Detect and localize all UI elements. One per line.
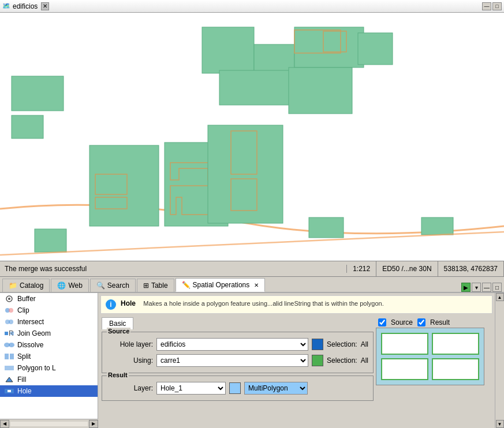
title-icon: 🗺️	[2, 2, 10, 10]
svg-point-23	[8, 298, 10, 300]
svg-rect-34	[10, 354, 14, 359]
scroll-right-button[interactable]: ▶	[89, 420, 98, 428]
scroll-down-button[interactable]: ▼	[496, 420, 504, 428]
svg-point-32	[9, 343, 14, 347]
main-content: i Hole Makes a hole inside a polygon fea…	[98, 293, 495, 428]
svg-rect-36	[9, 366, 14, 370]
spatial-ops-close-icon[interactable]: ✕	[254, 282, 259, 288]
result-layer-select[interactable]: Hole_1	[156, 382, 226, 395]
using-selection-label: Selection:	[327, 356, 357, 365]
svg-rect-9	[289, 67, 352, 114]
hole-layer-row: Hole layer: edificios Selection: All	[107, 338, 368, 351]
tab-web[interactable]: 🌐 Web	[51, 279, 88, 292]
svg-marker-37	[6, 377, 13, 382]
svg-point-27	[9, 320, 13, 324]
result-type-color-swatch[interactable]	[229, 382, 241, 394]
tab-spatial-operations[interactable]: ✏️ Spatial Operations ✕	[176, 278, 266, 292]
status-bar: The merge was successful 1:212 ED50 /...…	[0, 261, 504, 277]
result-preview-checkbox[interactable]	[417, 318, 425, 326]
join-geom-icon: R	[3, 330, 15, 337]
sidebar-item-intersect[interactable]: Intersect	[0, 316, 98, 328]
right-scrollbar[interactable]: ▲ ▼	[495, 293, 504, 428]
form-left: Basic Source Hole layer: edificios Selec…	[102, 317, 374, 403]
split-icon	[3, 353, 15, 360]
sidebar-item-join-geom[interactable]: R Join Geom	[0, 328, 98, 339]
map-scale: 1:212	[347, 261, 376, 276]
form-area: Basic Source Hole layer: edificios Selec…	[100, 316, 492, 404]
using-color-swatch[interactable]	[312, 355, 323, 366]
sidebar-item-split[interactable]: Split	[0, 351, 98, 362]
map-coordinates: 538138, 4762837	[438, 261, 504, 276]
using-selection-value: All	[361, 356, 368, 365]
source-group-label: Source	[107, 328, 130, 335]
table-icon: ⊞	[143, 281, 149, 290]
info-icon: i	[106, 299, 116, 310]
preview-panel: Source Result	[376, 317, 491, 403]
svg-rect-1	[12, 76, 64, 111]
sidebar-item-polygon-to-l[interactable]: Polygon to L	[0, 362, 98, 374]
tab-table[interactable]: ⊞ Table	[137, 279, 174, 292]
map-canvas[interactable]	[0, 13, 504, 261]
catalog-icon: 📁	[9, 281, 17, 290]
preview-rect-3	[381, 358, 428, 380]
hole-layer-label: Hole layer:	[107, 340, 153, 348]
fill-icon	[3, 376, 15, 383]
window-title: edificios	[13, 2, 38, 10]
scroll-up-button[interactable]: ▲	[496, 293, 504, 301]
hole-layer-select[interactable]: edificios	[156, 338, 308, 351]
using-select[interactable]: carre1	[156, 354, 308, 367]
using-label: Using:	[107, 356, 153, 365]
map-crs: ED50 /...ne 30N	[376, 261, 438, 276]
result-group-label: Result	[107, 371, 129, 378]
hole-layer-color-swatch[interactable]	[312, 339, 323, 350]
title-bar: 🗺️ edificios ✕ — □	[0, 0, 504, 13]
tab-menu-button[interactable]: ▾	[472, 283, 481, 292]
run-button[interactable]: ▶	[461, 283, 471, 292]
intersect-icon	[3, 318, 15, 325]
operation-description: Makes a hole inside a polygon feature us…	[143, 300, 383, 307]
svg-rect-28	[5, 332, 8, 335]
svg-rect-30	[10, 332, 14, 335]
tab-catalog[interactable]: 📁 Catalog	[2, 279, 50, 292]
sidebar-scrollbar[interactable]: ◀ ▶	[0, 419, 98, 428]
tab-bar: 📁 Catalog 🌐 Web 🔍 Search ⊞ Table ✏️ Spat…	[0, 277, 504, 293]
maximize-button[interactable]: □	[492, 2, 502, 10]
polygon-to-l-icon	[3, 365, 15, 371]
sidebar-item-clip[interactable]: Clip	[0, 305, 98, 316]
sidebar-item-dissolve[interactable]: Dissolve	[0, 339, 98, 351]
spatial-ops-icon: ✏️	[182, 281, 191, 289]
close-tab-button[interactable]: ✕	[41, 2, 49, 10]
map-svg	[0, 13, 504, 261]
svg-rect-20	[421, 217, 453, 235]
sidebar-item-buffer[interactable]: Buffer	[0, 293, 98, 305]
hole-icon	[3, 388, 15, 395]
result-layer-label: Layer:	[107, 384, 153, 392]
scroll-left-button[interactable]: ◀	[0, 420, 9, 428]
preview-rect-1	[381, 333, 428, 355]
preview-rect-2	[432, 333, 479, 355]
svg-rect-10	[358, 33, 393, 65]
svg-rect-5	[219, 70, 294, 105]
operations-sidebar: Buffer Clip Intersect R Join Geom Dissol…	[0, 293, 98, 428]
scroll-track[interactable]	[10, 422, 88, 426]
minimize-button[interactable]: —	[482, 2, 491, 10]
operation-title: Hole	[121, 299, 136, 307]
source-preview-checkbox[interactable]	[378, 318, 386, 326]
window-controls: — □	[482, 2, 502, 10]
tab-search[interactable]: 🔍 Search	[90, 279, 136, 292]
svg-rect-35	[5, 366, 9, 370]
svg-point-25	[9, 308, 13, 313]
result-layer-row: Layer: Hole_1 MultiPolygon	[107, 382, 368, 395]
svg-rect-2	[12, 115, 43, 138]
operation-info-header: i Hole Makes a hole inside a polygon fea…	[100, 295, 492, 314]
tab-minimize-button[interactable]: —	[482, 283, 491, 292]
svg-rect-33	[5, 354, 9, 359]
tab-maximize-button[interactable]: □	[492, 283, 502, 292]
svg-rect-6	[294, 27, 364, 67]
sidebar-item-hole[interactable]: Hole	[0, 385, 98, 397]
web-icon: 🌐	[57, 281, 66, 290]
result-type-select[interactable]: MultiPolygon	[244, 382, 308, 395]
sidebar-item-fill[interactable]: Fill	[0, 374, 98, 385]
source-group: Source Hole layer: edificios Selection: …	[102, 332, 374, 373]
clip-icon	[3, 307, 15, 314]
